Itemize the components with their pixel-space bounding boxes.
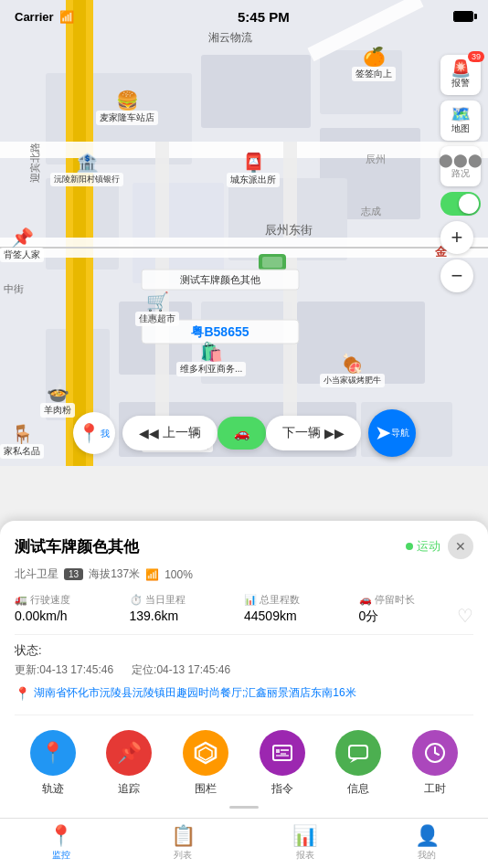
panel-status-area: 运动 ✕ xyxy=(406,534,473,559)
fence-circle xyxy=(183,730,228,776)
speed-icon: 🚛 xyxy=(15,594,27,606)
fence-icon xyxy=(194,741,217,765)
panel-header: 测试车牌颜色其他 运动 ✕ xyxy=(15,534,473,559)
map-toggle[interactable] xyxy=(440,192,481,216)
panel-close-button[interactable]: ✕ xyxy=(448,534,473,559)
zoom-in-wrap: + xyxy=(440,221,481,254)
map-button[interactable]: 🗺️ 地图 xyxy=(440,101,481,141)
alarm-label: 报警 xyxy=(451,77,470,90)
track-circle: 📌 xyxy=(106,730,152,776)
divider-1 xyxy=(15,634,473,635)
state-label: 状态: xyxy=(15,643,42,657)
tab-report[interactable]: 📊 报表 xyxy=(244,819,366,868)
next-vehicle-button[interactable]: 下一辆 ▶▶ xyxy=(266,416,361,450)
message-label: 信息 xyxy=(347,781,369,797)
signal-strength: 100% xyxy=(164,568,193,581)
stat-speed: 🚛 行驶速度 0.00km/h xyxy=(15,593,130,625)
nav-controls: 📍 我 ◀◀ 上一辆 🚗 下一辆 ▶▶ ➤ 导航 xyxy=(0,409,488,457)
tab-mine-icon: 👤 xyxy=(415,826,440,846)
command-icon xyxy=(271,741,294,765)
traffic-btn-wrap: ⬤⬤⬤ 路况 xyxy=(440,146,481,186)
location-button[interactable]: 📍 我 xyxy=(73,412,115,454)
speed-value: 0.00km/h xyxy=(15,609,130,623)
map-icon: 🗺️ xyxy=(451,106,471,122)
svg-text:志成: 志成 xyxy=(361,206,381,217)
zoom-in-button[interactable]: + xyxy=(440,221,473,254)
svg-rect-41 xyxy=(281,749,289,751)
locate-time: 定位:04-13 17:45:46 xyxy=(132,662,230,678)
tab-monitor-icon: 📍 xyxy=(48,826,73,846)
svg-text:粤B58655: 粤B58655 xyxy=(191,324,249,339)
svg-text:辰州: 辰州 xyxy=(366,153,386,164)
svg-rect-42 xyxy=(281,753,286,755)
favorite-button[interactable]: ♡ xyxy=(457,605,473,627)
battery-area xyxy=(453,11,473,22)
fence-label: 围栏 xyxy=(195,781,217,797)
action-hours[interactable]: 工时 xyxy=(412,730,458,797)
action-fence[interactable]: 围栏 xyxy=(183,730,228,797)
tab-report-icon: 📊 xyxy=(292,826,317,846)
alarm-badge: 39 xyxy=(468,51,484,62)
trajectory-label: 轨迹 xyxy=(42,781,64,797)
poi-victoria: 🛍️ 维多利亚商务... xyxy=(176,343,246,376)
map-sidebar: 🚨 报警 39 🗺️ 地图 ⬤⬤⬤ 路况 + − xyxy=(440,55,481,292)
traffic-label: 路况 xyxy=(451,167,470,180)
location-icon: 📍 xyxy=(78,422,101,444)
tab-monitor-label: 监控 xyxy=(52,849,70,862)
svg-rect-44 xyxy=(349,746,367,758)
location-pin-icon: 📍 xyxy=(15,685,30,704)
action-track[interactable]: 📌 追踪 xyxy=(106,730,152,797)
svg-rect-20 xyxy=(155,142,169,238)
zoom-out-button[interactable]: − xyxy=(440,259,473,292)
tab-list-label: 列表 xyxy=(174,849,192,862)
tab-list-icon: 📋 xyxy=(171,826,196,846)
prev-vehicle-button[interactable]: ◀◀ 上一辆 xyxy=(122,416,217,450)
update-time: 更新:04-13 17:45:46 xyxy=(15,662,113,678)
svg-rect-43 xyxy=(276,755,289,757)
divider-2 xyxy=(15,715,473,715)
current-vehicle-button[interactable]: 🚗 xyxy=(217,417,266,450)
map-area[interactable]: 粤B58655 测试车牌颜色其他 辰州东街 志成 辰州 金 迎宾北路 中街 湘云… xyxy=(0,0,488,466)
traffic-button[interactable]: ⬤⬤⬤ 路况 xyxy=(440,146,481,186)
next-label: 下一辆 xyxy=(282,425,321,441)
next-icon: ▶▶ xyxy=(324,426,345,440)
stat-daily: ⏱️ 当日里程 139.6km xyxy=(130,593,245,625)
panel-title: 测试车牌颜色其他 xyxy=(15,536,139,557)
tab-list[interactable]: 📋 列表 xyxy=(122,819,245,868)
hours-circle xyxy=(412,730,458,776)
message-circle xyxy=(335,730,381,776)
total-label-text: 总里程数 xyxy=(260,593,300,607)
tab-report-label: 报表 xyxy=(296,849,314,862)
stats-grid: 🚛 行驶速度 0.00km/h ⏱️ 当日里程 139.6km 📊 总里程数 4… xyxy=(15,593,473,625)
time-label: 5:45 PM xyxy=(238,9,290,25)
poi-beiqian: 📌 背签人家 xyxy=(0,228,44,262)
total-icon: 📊 xyxy=(244,594,257,606)
svg-rect-40 xyxy=(276,749,280,753)
poi-qianqian: 🍊 签签向上 xyxy=(352,48,396,81)
status-dot xyxy=(406,543,413,550)
tab-monitor[interactable]: 📍 监控 xyxy=(0,819,122,868)
state-row: 状态: xyxy=(15,642,473,659)
map-btn-wrap: 🗺️ 地图 xyxy=(440,101,481,141)
traffic-icon: ⬤⬤⬤ xyxy=(439,153,483,167)
action-trajectory[interactable]: 📍 轨迹 xyxy=(30,730,76,797)
status-label: 运动 xyxy=(417,538,440,555)
poi-maijialong: 🍔 麦家隆车站店 xyxy=(96,91,158,125)
tab-mine[interactable]: 👤 我的 xyxy=(366,819,489,868)
duration-icon: 🚗 xyxy=(359,594,372,606)
svg-rect-6 xyxy=(133,183,224,283)
navigate-button[interactable]: ➤ 导航 xyxy=(368,409,416,457)
svg-text:湘云物流: 湘云物流 xyxy=(208,31,252,44)
battery-icon xyxy=(453,11,473,22)
hours-label: 工时 xyxy=(424,781,446,797)
action-command[interactable]: 指令 xyxy=(260,730,305,797)
action-row: 📍 轨迹 📌 追踪 围栏 xyxy=(15,723,473,800)
alarm-btn-wrap: 🚨 报警 39 xyxy=(440,55,481,95)
track-label: 追踪 xyxy=(118,781,140,797)
svg-text:辰州东街: 辰州东街 xyxy=(265,223,313,237)
action-message[interactable]: 信息 xyxy=(335,730,381,797)
alarm-button[interactable]: 🚨 报警 39 xyxy=(440,55,481,95)
address-text: 湖南省怀化市沅陵县沅陵镇田趣园时尚餐厅;汇鑫丽景酒店东南16米 xyxy=(34,685,356,701)
navigate-label: 导航 xyxy=(391,427,409,439)
stat-total: 📊 总里程数 44509km xyxy=(244,593,359,625)
